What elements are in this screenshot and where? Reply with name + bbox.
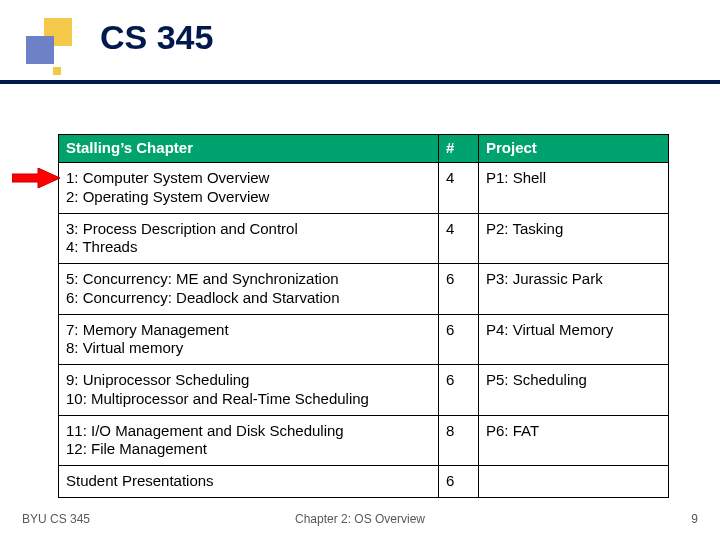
cell-chapter: 5: Concurrency: ME and Synchronization6:… xyxy=(59,264,439,315)
cell-project: P1: Shell xyxy=(479,163,669,214)
col-header-chapter: Stalling’s Chapter xyxy=(59,135,439,163)
arrow-right-icon xyxy=(12,168,60,188)
cell-project: P6: FAT xyxy=(479,415,669,466)
cell-chapter: Student Presentations xyxy=(59,466,439,498)
cell-project: P5: Scheduling xyxy=(479,365,669,416)
cell-chapter: 11: I/O Management and Disk Scheduling12… xyxy=(59,415,439,466)
svg-marker-0 xyxy=(12,168,60,188)
decor-square-blue xyxy=(26,36,54,64)
table-row: 7: Memory Management8: Virtual memory6P4… xyxy=(59,314,669,365)
table-row: 1: Computer System Overview2: Operating … xyxy=(59,163,669,214)
cell-project: P2: Tasking xyxy=(479,213,669,264)
cell-num: 4 xyxy=(439,213,479,264)
table-row: 9: Uniprocessor Scheduling10: Multiproce… xyxy=(59,365,669,416)
cell-num: 8 xyxy=(439,415,479,466)
page-title: CS 345 xyxy=(100,18,213,57)
cell-num: 6 xyxy=(439,466,479,498)
table-row: 11: I/O Management and Disk Scheduling12… xyxy=(59,415,669,466)
decor-square-yellow-small xyxy=(53,67,61,75)
table-row: 3: Process Description and Control4: Thr… xyxy=(59,213,669,264)
cell-chapter: 9: Uniprocessor Scheduling10: Multiproce… xyxy=(59,365,439,416)
cell-chapter: 1: Computer System Overview2: Operating … xyxy=(59,163,439,214)
table-header-row: Stalling’s Chapter # Project xyxy=(59,135,669,163)
table-row: 5: Concurrency: ME and Synchronization6:… xyxy=(59,264,669,315)
col-header-num: # xyxy=(439,135,479,163)
footer-center: Chapter 2: OS Overview xyxy=(0,512,720,526)
cell-chapter: 7: Memory Management8: Virtual memory xyxy=(59,314,439,365)
cell-project xyxy=(479,466,669,498)
cell-num: 4 xyxy=(439,163,479,214)
slide: CS 345 Stalling’s Chapter # Project 1: C… xyxy=(0,0,720,540)
cell-num: 6 xyxy=(439,314,479,365)
cell-project: P4: Virtual Memory xyxy=(479,314,669,365)
footer-page-number: 9 xyxy=(691,512,698,526)
cell-num: 6 xyxy=(439,264,479,315)
course-table: Stalling’s Chapter # Project 1: Computer… xyxy=(58,134,668,498)
title-underline xyxy=(0,80,720,84)
cell-project: P3: Jurassic Park xyxy=(479,264,669,315)
col-header-project: Project xyxy=(479,135,669,163)
cell-chapter: 3: Process Description and Control4: Thr… xyxy=(59,213,439,264)
cell-num: 6 xyxy=(439,365,479,416)
table-row: Student Presentations6 xyxy=(59,466,669,498)
